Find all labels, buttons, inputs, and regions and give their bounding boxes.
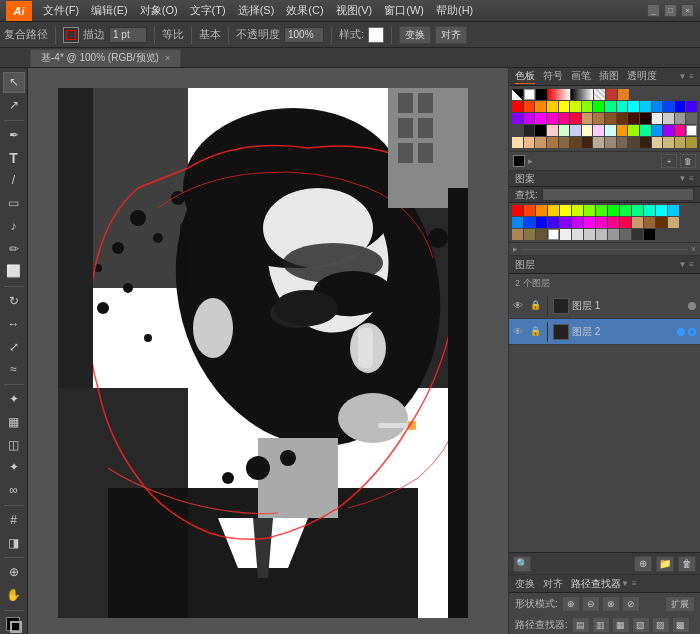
color-swatch[interactable] (617, 125, 628, 136)
tab-brushes[interactable]: 画笔 (571, 69, 591, 84)
layer-1-visibility[interactable]: 👁 (513, 300, 527, 311)
layers-collapse[interactable]: ▼ (678, 260, 686, 269)
search-swatch[interactable] (608, 229, 619, 240)
tab-align[interactable]: 对齐 (543, 577, 563, 591)
color-swatch[interactable] (582, 125, 593, 136)
slice-tool[interactable]: ◫ (3, 434, 25, 455)
blend-tool[interactable]: ∞ (3, 480, 25, 501)
layers-delete-btn[interactable]: 🗑 (678, 556, 696, 572)
warp-tool[interactable]: ≈ (3, 359, 25, 380)
search-swatch[interactable] (572, 229, 583, 240)
canvas-area[interactable] (28, 68, 508, 634)
menu-effect[interactable]: 效果(C) (281, 1, 328, 20)
color-swatch[interactable] (535, 113, 546, 124)
rotate-tool[interactable]: ↻ (3, 291, 25, 312)
color-swatch[interactable] (686, 101, 697, 112)
color-swatch[interactable] (570, 125, 581, 136)
color-swatch[interactable] (559, 125, 570, 136)
menu-file[interactable]: 文件(F) (38, 1, 84, 20)
stroke-width-input[interactable] (109, 27, 147, 43)
orange-swatch[interactable] (618, 89, 629, 100)
select-tool[interactable]: ↖ (3, 72, 25, 93)
color-swatch[interactable] (605, 137, 616, 148)
search-swatch[interactable] (524, 229, 535, 240)
menu-text[interactable]: 文字(T) (185, 1, 231, 20)
search-swatch[interactable] (656, 205, 667, 216)
color-swatch[interactable] (628, 137, 639, 148)
black-swatch[interactable] (536, 89, 547, 100)
color-swatch[interactable] (535, 101, 546, 112)
foreground-swatch[interactable] (513, 155, 525, 167)
layers-add-btn[interactable]: ⊕ (634, 556, 652, 572)
close-button[interactable]: × (681, 4, 694, 17)
unite-btn[interactable]: ⊕ (562, 596, 580, 612)
color-swatch[interactable] (605, 113, 616, 124)
color-swatch[interactable] (593, 137, 604, 148)
color-swatch[interactable] (593, 113, 604, 124)
menu-select[interactable]: 选择(S) (233, 1, 280, 20)
color-swatch[interactable] (535, 125, 546, 136)
color-swatch[interactable] (524, 101, 535, 112)
path-divide-btn[interactable]: ▤ (572, 617, 590, 633)
search-swatch[interactable] (596, 229, 607, 240)
color-swatch[interactable] (652, 125, 663, 136)
color-swatch[interactable] (570, 101, 581, 112)
search-swatch[interactable] (560, 205, 571, 216)
tab-transparency[interactable]: 透明度 (627, 69, 657, 84)
search-swatch[interactable] (536, 205, 547, 216)
path-merge-btn[interactable]: ▦ (612, 617, 630, 633)
color-swatch[interactable] (675, 137, 686, 148)
none-swatch[interactable] (512, 89, 523, 100)
search-swatch[interactable] (620, 205, 631, 216)
search-swatch[interactable] (620, 217, 631, 228)
tab-illustration[interactable]: 插图 (599, 69, 619, 84)
color-swatch[interactable] (652, 137, 663, 148)
type-tool[interactable]: T (3, 147, 25, 168)
layer-2-lock[interactable]: 🔒 (530, 326, 542, 338)
color-swatch[interactable] (559, 137, 570, 148)
search-swatch[interactable] (584, 229, 595, 240)
search-swatch[interactable] (620, 229, 631, 240)
new-swatch-btn[interactable]: + (661, 154, 677, 168)
color-swatch[interactable] (512, 137, 523, 148)
reflect-tool[interactable]: ↔ (3, 314, 25, 335)
fill-indicator[interactable] (63, 27, 79, 43)
search-swatch[interactable] (548, 217, 559, 228)
search-swatch[interactable] (524, 205, 535, 216)
search-swatch[interactable] (644, 217, 655, 228)
color-swatch[interactable] (640, 113, 651, 124)
color-swatch[interactable] (675, 113, 686, 124)
search-swatch[interactable] (584, 205, 595, 216)
zoom-tool[interactable]: ⊕ (3, 562, 25, 583)
color-swatch[interactable] (628, 125, 639, 136)
tab-symbols[interactable]: 符号 (543, 69, 563, 84)
maximize-button[interactable]: □ (664, 4, 677, 17)
color-swatch[interactable] (524, 125, 535, 136)
color-swatch[interactable] (582, 137, 593, 148)
color-swatch[interactable] (640, 125, 651, 136)
bottom-menu[interactable]: ≡ (632, 579, 637, 588)
search-swatch[interactable] (644, 205, 655, 216)
search-swatch[interactable] (632, 217, 643, 228)
expand-btn[interactable]: 扩展 (665, 596, 695, 612)
color-swatch[interactable] (547, 101, 558, 112)
color-swatch[interactable] (628, 113, 639, 124)
path-outline-btn[interactable]: ▨ (652, 617, 670, 633)
color-swatch[interactable] (547, 125, 558, 136)
search-swatch[interactable] (536, 217, 547, 228)
menu-window[interactable]: 窗口(W) (379, 1, 429, 20)
color-swatch[interactable] (686, 137, 697, 148)
color-swatch[interactable] (663, 101, 674, 112)
color-swatch[interactable] (547, 113, 558, 124)
color-swatch[interactable] (512, 125, 523, 136)
pen-tool[interactable]: ✒ (3, 124, 25, 145)
color-swatch[interactable] (617, 101, 628, 112)
color-swatch[interactable] (524, 113, 535, 124)
mesh-tool[interactable]: # (3, 510, 25, 531)
eyedropper-tool[interactable]: ✦ (3, 457, 25, 478)
brush-tool[interactable]: ♪ (3, 216, 25, 237)
search-swatch[interactable] (560, 229, 571, 240)
color-swatch[interactable] (675, 125, 686, 136)
search-swatch[interactable] (632, 229, 643, 240)
gradient-tool[interactable]: ◨ (3, 532, 25, 553)
